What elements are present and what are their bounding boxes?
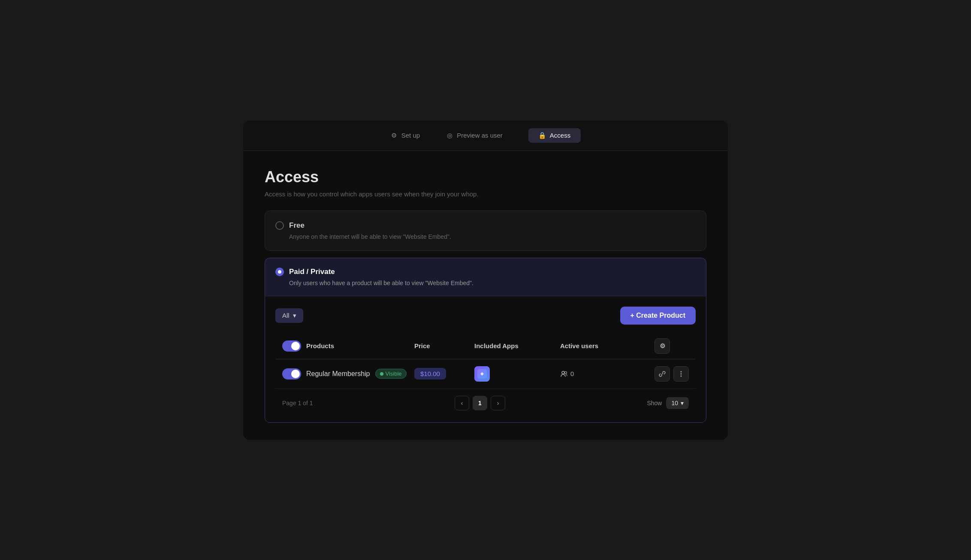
price-col-label: Price — [414, 342, 474, 349]
paid-option-card: Paid / Private Only users who have a pro… — [265, 258, 706, 423]
svg-point-5 — [681, 375, 682, 376]
svg-point-1 — [562, 371, 564, 374]
price-value: $10.00 — [414, 368, 446, 379]
free-option-card[interactable]: Free Anyone on the internet will be able… — [265, 211, 706, 251]
paid-option-desc: Only users who have a product will be ab… — [289, 280, 696, 286]
lock-icon: 🔒 — [539, 132, 546, 139]
active-users-value: 0 — [570, 370, 574, 377]
free-radio[interactable] — [275, 221, 284, 230]
main-content: Access Access is how you control which a… — [243, 151, 728, 440]
preview-icon: ◎ — [446, 132, 453, 139]
current-page: 1 — [473, 396, 487, 410]
create-product-label: + Create Product — [630, 312, 685, 319]
visible-dot — [380, 372, 383, 376]
paid-card-header[interactable]: Paid / Private Only users who have a pro… — [265, 258, 706, 296]
active-users-col-label: Active users — [560, 342, 654, 349]
nav-setup[interactable]: ⚙ Set up — [390, 132, 420, 139]
page-info: Page 1 of 1 — [282, 400, 313, 406]
paid-card-body: All ▾ + Create Product Products — [265, 296, 706, 422]
visible-label: Visible — [386, 370, 402, 377]
nav-preview-label: Preview as user — [457, 132, 503, 139]
free-option-desc: Anyone on the internet will be able to v… — [289, 233, 696, 240]
product-toggle-knob — [291, 370, 300, 378]
top-nav: ⚙ Set up ◎ Preview as user 🔒 Access — [243, 120, 728, 151]
paid-option-title: Paid / Private — [289, 268, 335, 276]
product-toggle[interactable] — [282, 368, 301, 379]
more-options-button[interactable] — [673, 366, 689, 382]
nav-setup-label: Set up — [401, 132, 420, 139]
products-toggle[interactable] — [282, 340, 301, 352]
products-column-header: Products — [282, 340, 414, 352]
page-title: Access — [265, 168, 706, 186]
show-label: Show — [647, 400, 662, 406]
settings-header-cell: ⚙ — [654, 338, 689, 354]
pagination: Page 1 of 1 ‹ 1 › Show 10 ▾ — [275, 389, 696, 412]
included-apps-cell — [474, 366, 560, 382]
toggle-knob — [291, 342, 300, 350]
svg-point-2 — [565, 371, 567, 373]
more-dots-icon — [678, 370, 685, 377]
price-cell: $10.00 — [414, 368, 474, 379]
show-controls: Show 10 ▾ — [647, 397, 689, 409]
page-controls: ‹ 1 › — [455, 396, 505, 410]
app-window: ⚙ Set up ◎ Preview as user 🔒 Access Acce… — [243, 120, 728, 440]
product-name-cell: Regular Membership Visible — [282, 368, 414, 379]
nav-access-label: Access — [550, 132, 570, 139]
products-col-label: Products — [306, 342, 334, 349]
app-icon — [474, 366, 490, 382]
users-icon — [560, 370, 568, 378]
visible-badge: Visible — [375, 369, 407, 379]
table-row: Regular Membership Visible $10.00 — [275, 359, 696, 389]
link-icon — [659, 370, 666, 377]
paid-radio[interactable] — [275, 268, 284, 276]
link-button[interactable] — [654, 366, 670, 382]
next-page-button[interactable]: › — [491, 396, 505, 410]
svg-point-3 — [681, 371, 682, 372]
show-chevron-icon: ▾ — [681, 400, 684, 406]
free-option-title: Free — [289, 221, 305, 230]
nav-preview[interactable]: ◎ Preview as user — [446, 132, 503, 139]
nav-access[interactable]: 🔒 Access — [528, 128, 581, 143]
settings-button[interactable]: ⚙ — [654, 338, 670, 354]
filter-label: All — [282, 312, 289, 319]
filter-all-button[interactable]: All ▾ — [275, 308, 303, 323]
show-select[interactable]: 10 ▾ — [666, 397, 689, 409]
show-value: 10 — [671, 400, 678, 406]
chevron-down-icon: ▾ — [293, 312, 296, 319]
create-product-button[interactable]: + Create Product — [620, 307, 696, 325]
table-header: Products Price Included Apps Active user… — [275, 333, 696, 359]
prev-page-button[interactable]: ‹ — [455, 396, 469, 410]
page-subtitle: Access is how you control which apps use… — [265, 190, 706, 198]
active-users-cell: 0 — [560, 370, 654, 378]
product-name: Regular Membership — [306, 370, 370, 378]
actions-cell — [654, 366, 689, 382]
svg-point-4 — [681, 373, 682, 374]
filter-row: All ▾ + Create Product — [275, 307, 696, 325]
setup-icon: ⚙ — [390, 132, 398, 139]
included-apps-col-label: Included Apps — [474, 342, 560, 349]
